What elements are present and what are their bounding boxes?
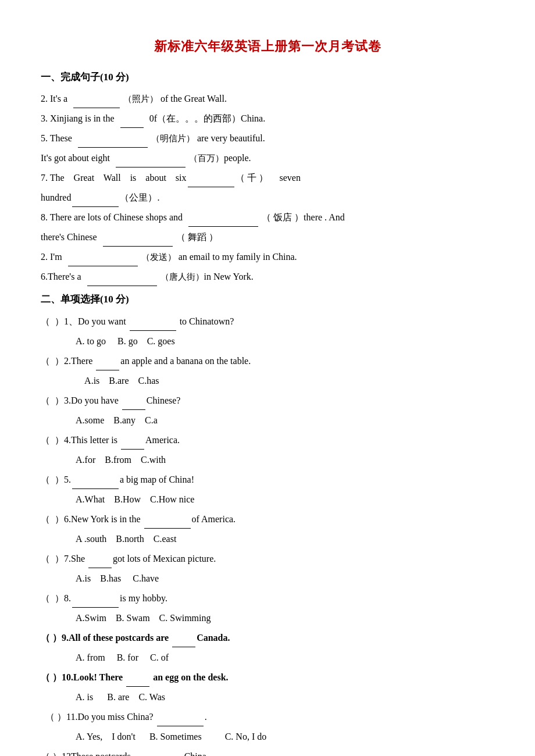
- blank-mc8: [72, 607, 119, 608]
- mc-q9: （ ）9.All of these postcards are Canada.: [41, 629, 494, 647]
- mc-q7: （ ）7.She got lots of Mexican picture.: [41, 550, 494, 568]
- mc-q6: （ ）6.New York is in the of America.: [41, 510, 494, 529]
- mc-q7-options: A.is B.has C.have: [76, 569, 494, 588]
- section1-q6-line1: 8. There are lots of Chinese shops and （…: [41, 208, 494, 227]
- blank-mc5: [72, 488, 119, 489]
- mc-q3-options: A.some B.any C.a: [76, 411, 494, 430]
- blank-q2: [120, 127, 144, 128]
- mc-q11-options: A. Yes, I don't B. Sometimes C. No, I do: [76, 728, 494, 746]
- section1-q1: 2. It's a （照片） of the Great Wall.: [41, 90, 494, 108]
- mc-q12: （ ）12These postcards China .: [41, 747, 494, 756]
- mc-q5: （ ）5.a big map of China!: [41, 470, 494, 489]
- blank-q1: [73, 108, 120, 108]
- section1-q6-line2: there's Chinese （ 舞蹈 ）: [41, 228, 494, 247]
- section1-q3: 5. These （明信片） are very beautiful.: [41, 129, 494, 148]
- section1-header: 一、完成句子(10 分): [41, 69, 494, 87]
- blank-q4: [116, 167, 186, 167]
- blank-mc3: [122, 409, 145, 410]
- mc-q11: （ ）11.Do you miss China? .: [41, 708, 494, 726]
- mc-q4-options: A.for B.from C.with: [76, 451, 494, 469]
- blank-q5b: [72, 206, 119, 207]
- mc-q6-options: A .south B.north C.east: [76, 530, 494, 548]
- mc-q4: （ ）4.This letter is America.: [41, 431, 494, 450]
- blank-q3: [78, 147, 148, 148]
- blank-mc4: [121, 449, 144, 450]
- blank-q5a: [188, 187, 234, 187]
- mc-q8-options: A.Swim B. Swam C. Swimming: [76, 609, 494, 627]
- blank-mc11: [157, 726, 204, 726]
- blank-mc2: [96, 370, 119, 370]
- blank-q6b: [103, 246, 173, 247]
- mc-q9-options: A. from B. for C. of: [76, 648, 494, 667]
- page-title: 新标准六年级英语上册第一次月考试卷: [41, 35, 494, 58]
- mc-q5-options: A.What B.How C.How nice: [76, 490, 494, 509]
- mc-q1: （ ）1、Do you want to Chinatown?: [41, 312, 494, 331]
- section1-q2: 3. Xinjiang is in the 0f（在。。。的西部）China.: [41, 109, 494, 128]
- mc-q8: （ ）8.is my hobby.: [41, 589, 494, 608]
- mc-q1-options: A. to go B. go C. goes: [76, 332, 494, 351]
- section1-q5-line1: 7. The Great Wall is about six（ 千 ） seve…: [41, 169, 494, 187]
- section1-q5-line2: hundred（公里）.: [41, 188, 494, 207]
- section1-q8: 6.There's a （唐人街）in New York.: [41, 268, 494, 286]
- blank-mc7: [88, 568, 112, 568]
- mc-q2-options: A.is B.are C.has: [76, 372, 494, 390]
- blank-q6a: [188, 226, 258, 227]
- blank-mc10: [126, 686, 149, 687]
- mc-q2: （ ）2.There an apple and a banana on the …: [41, 352, 494, 370]
- section2-header: 二、单项选择(10 分): [41, 291, 494, 309]
- blank-q8: [87, 286, 157, 286]
- blank-q7: [68, 266, 138, 266]
- section1-q7: 2. I'm （发送） an email to my family in Chi…: [41, 248, 494, 266]
- mc-q10-options: A. is B. are C. Was: [76, 688, 494, 707]
- blank-mc1: [130, 330, 176, 331]
- blank-mc9: [172, 647, 195, 647]
- mc-q10: （ ）10.Look! There an egg on the desk.: [41, 668, 494, 687]
- mc-q3: （ ）3.Do you have Chinese?: [41, 391, 494, 410]
- blank-mc6: [144, 528, 191, 529]
- section1-q4: It's got about eight （百万）people.: [41, 149, 494, 167]
